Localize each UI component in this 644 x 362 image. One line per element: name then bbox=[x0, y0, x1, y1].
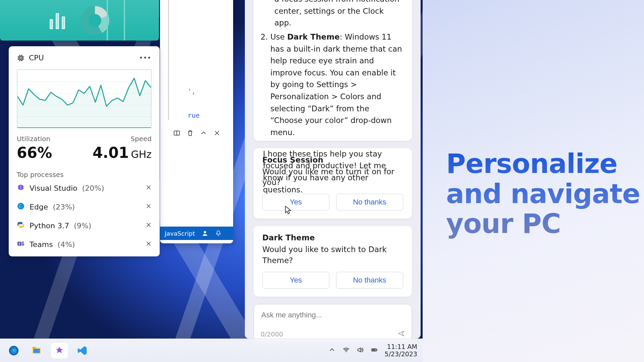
process-name: Edge bbox=[30, 203, 48, 211]
chat-input[interactable]: 0/2000 bbox=[254, 304, 412, 342]
action-card: Dark Theme Would you like to switch to D… bbox=[254, 226, 412, 296]
taskbar-file-explorer[interactable] bbox=[28, 343, 45, 358]
battery-icon[interactable] bbox=[371, 346, 378, 355]
copilot-panel: a focus session from notification center… bbox=[245, 0, 421, 339]
process-pct: (20%) bbox=[82, 184, 104, 192]
action-question: Would you like to switch to Dark Theme? bbox=[262, 244, 403, 265]
close-icon[interactable] bbox=[146, 184, 152, 192]
svg-rect-31 bbox=[372, 349, 375, 351]
top-processes-label: Top processes bbox=[17, 171, 152, 179]
yes-button[interactable]: Yes bbox=[262, 272, 329, 289]
svg-point-21 bbox=[22, 241, 24, 243]
person-icon[interactable] bbox=[202, 230, 208, 237]
taskbar-copilot[interactable] bbox=[51, 343, 68, 358]
app-icon bbox=[17, 221, 25, 230]
svg-text:T: T bbox=[18, 242, 21, 246]
process-name: Visual Studio bbox=[30, 184, 77, 192]
svg-marker-11 bbox=[17, 78, 151, 128]
code-area: ', rue bbox=[163, 79, 200, 127]
process-name: Python 3.7 bbox=[30, 222, 69, 230]
wifi-icon[interactable] bbox=[342, 346, 350, 355]
process-name: Teams bbox=[30, 240, 53, 249]
svg-rect-22 bbox=[22, 243, 24, 246]
editor-toolbar bbox=[173, 129, 221, 137]
svg-rect-28 bbox=[33, 349, 40, 353]
hero-text: Personalize and navigate your PC bbox=[446, 149, 641, 239]
app-icon: T bbox=[17, 240, 25, 249]
process-pct: (9%) bbox=[74, 222, 91, 230]
tip-item: Use Dark Theme: Windows 11 has a built-i… bbox=[270, 31, 402, 139]
svg-rect-5 bbox=[19, 56, 23, 60]
cpu-icon bbox=[17, 54, 25, 62]
cpu-chart bbox=[17, 69, 152, 128]
speed-value: 4.01GHz bbox=[93, 144, 152, 161]
app-icon bbox=[17, 202, 25, 212]
widget-header bbox=[0, 0, 159, 41]
close-icon[interactable] bbox=[213, 129, 221, 137]
svg-point-14 bbox=[17, 203, 24, 209]
svg-point-29 bbox=[345, 351, 346, 352]
svg-rect-27 bbox=[32, 347, 36, 349]
no-thanks-button[interactable]: No thanks bbox=[336, 194, 403, 210]
svg-rect-6 bbox=[20, 57, 22, 59]
editor-statusbar: JavaScript bbox=[160, 227, 233, 240]
tray-chevron-up-icon[interactable] bbox=[328, 346, 336, 355]
chat-text-field[interactable] bbox=[261, 310, 405, 320]
close-icon[interactable] bbox=[146, 241, 152, 248]
tip-item: a focus session from notification center… bbox=[274, 0, 402, 29]
no-thanks-button[interactable]: No thanks bbox=[336, 272, 403, 289]
process-pct: (4%) bbox=[58, 240, 75, 249]
process-row: Python 3.7 (9%) bbox=[17, 216, 152, 235]
volume-icon[interactable] bbox=[357, 346, 364, 355]
desktop: ', rue JavaScript bbox=[0, 0, 423, 362]
taskbar: 11:11 AM 5/23/2023 bbox=[0, 339, 423, 362]
cpu-widget: CPU ••• Utilization 66% Speed 4.01GHz To… bbox=[9, 46, 160, 256]
editor-window[interactable]: ', rue JavaScript bbox=[160, 0, 233, 243]
char-counter: 0/2000 bbox=[261, 330, 283, 338]
process-row: Edge (23%) bbox=[17, 197, 152, 216]
process-pct: (23%) bbox=[53, 203, 75, 211]
status-language: JavaScript bbox=[165, 230, 195, 237]
close-icon[interactable] bbox=[146, 222, 152, 229]
taskbar-clock[interactable]: 11:11 AM 5/23/2023 bbox=[385, 343, 417, 358]
utilization-label: Utilization bbox=[17, 135, 52, 143]
delete-icon[interactable] bbox=[186, 129, 194, 137]
bar-chart-icon bbox=[50, 12, 65, 29]
mouse-cursor bbox=[285, 206, 291, 215]
taskbar-edge[interactable] bbox=[5, 343, 22, 358]
yes-button[interactable]: Yes bbox=[262, 194, 329, 210]
cpu-title: CPU bbox=[29, 54, 44, 62]
send-icon[interactable] bbox=[397, 330, 405, 339]
chevron-up-icon[interactable] bbox=[200, 129, 207, 137]
process-row: Visual Studio (20%) bbox=[17, 179, 152, 197]
svg-rect-32 bbox=[376, 349, 377, 351]
app-icon bbox=[17, 183, 25, 193]
svg-point-4 bbox=[204, 231, 206, 233]
taskbar-vscode[interactable] bbox=[74, 343, 91, 358]
widget-overflow-menu[interactable]: ••• bbox=[139, 55, 152, 61]
utilization-value: 66% bbox=[17, 144, 52, 161]
close-icon[interactable] bbox=[146, 203, 152, 210]
panel-split-icon[interactable] bbox=[173, 129, 180, 137]
bell-icon[interactable] bbox=[215, 230, 222, 237]
speed-label: Speed bbox=[93, 135, 152, 143]
action-title: Dark Theme bbox=[262, 233, 403, 242]
donut-chart-icon bbox=[80, 6, 109, 35]
assistant-message: a focus session from notification center… bbox=[254, 0, 412, 141]
process-row: T Teams (4%) bbox=[17, 235, 152, 254]
